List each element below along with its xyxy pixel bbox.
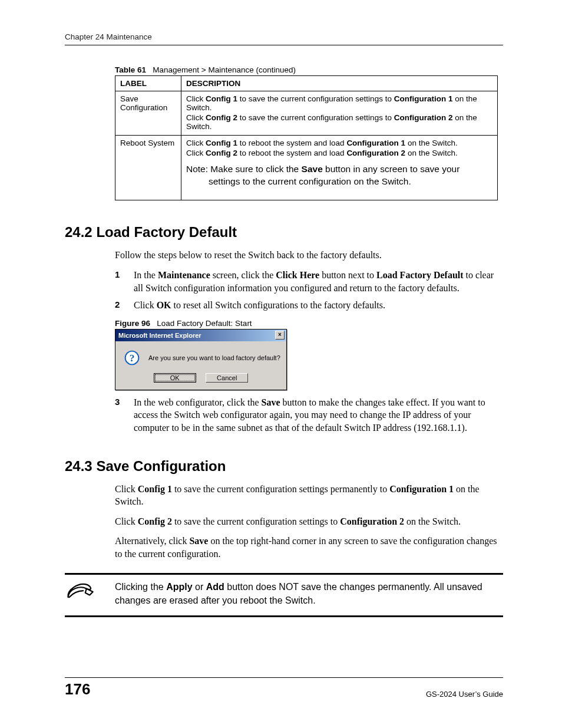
- col-label: LABEL: [115, 76, 181, 91]
- question-icon: ?: [124, 350, 140, 366]
- dialog-title: Microsoft Internet Explorer: [118, 332, 275, 339]
- section-heading-24-3: 24.3 Save Configuration: [65, 458, 503, 475]
- paragraph: Click Config 2 to save the current confi…: [115, 515, 503, 528]
- dialog-titlebar: Microsoft Internet Explorer ×: [115, 330, 286, 341]
- page-footer: 176 GS-2024 User’s Guide: [65, 677, 503, 699]
- section-intro: Follow the steps below to reset the Swit…: [115, 249, 503, 262]
- guide-name: GS-2024 User’s Guide: [426, 690, 503, 699]
- list-item: In the web configurator, click the Save …: [115, 396, 503, 434]
- steps-list: In the Maintenance screen, click the Cli…: [115, 269, 503, 312]
- page-number: 176: [65, 680, 90, 699]
- list-item: Click OK to reset all Switch configurati…: [115, 299, 503, 312]
- figure-number: Figure 96: [115, 319, 150, 328]
- paragraph: Alternatively, click Save on the top rig…: [115, 535, 503, 560]
- cell-label: Save Configuration: [115, 91, 181, 136]
- dialog-body: ? Are you sure you want to load factory …: [115, 341, 286, 370]
- paragraph: Click Config 1 to save the current confi…: [115, 483, 503, 508]
- table-row: Reboot System Click Config 1 to reboot t…: [115, 136, 498, 200]
- cell-desc: Click Config 1 to reboot the system and …: [181, 136, 498, 200]
- list-item: In the Maintenance screen, click the Cli…: [115, 269, 503, 294]
- cell-label: Reboot System: [115, 136, 181, 200]
- col-description: DESCRIPTION: [181, 76, 498, 91]
- note-hand-icon: [65, 581, 97, 605]
- running-header: Chapter 24 Maintenance: [65, 32, 503, 45]
- cell-desc: Click Config 1 to save the current confi…: [181, 91, 498, 136]
- table-row: Save Configuration Click Config 1 to sav…: [115, 91, 498, 136]
- cancel-button[interactable]: Cancel: [206, 373, 248, 383]
- dialog-buttons: OK Cancel: [115, 370, 286, 390]
- ok-button[interactable]: OK: [154, 373, 196, 383]
- steps-list-cont: In the web configurator, click the Save …: [115, 396, 503, 434]
- svg-text:?: ?: [130, 352, 135, 364]
- table-caption-text: Management > Maintenance (continued): [153, 65, 296, 74]
- table-header-row: LABEL DESCRIPTION: [115, 76, 498, 91]
- table-number: Table 61: [115, 65, 146, 74]
- note-text: Clicking the Apply or Add button does NO…: [115, 581, 503, 607]
- figure-caption-text: Load Factory Default: Start: [157, 319, 252, 328]
- note-callout: Clicking the Apply or Add button does NO…: [65, 573, 503, 617]
- dialog-message: Are you sure you want to load factory de…: [148, 354, 280, 361]
- table-caption: Table 61 Management > Maintenance (conti…: [115, 65, 503, 74]
- maintenance-table: LABEL DESCRIPTION Save Configuration Cli…: [115, 75, 498, 200]
- close-icon[interactable]: ×: [275, 331, 285, 340]
- section-heading-24-2: 24.2 Load Factory Default: [65, 224, 503, 241]
- figure-caption: Figure 96 Load Factory Default: Start: [115, 319, 503, 328]
- confirm-dialog: Microsoft Internet Explorer × ? Are you …: [115, 329, 287, 390]
